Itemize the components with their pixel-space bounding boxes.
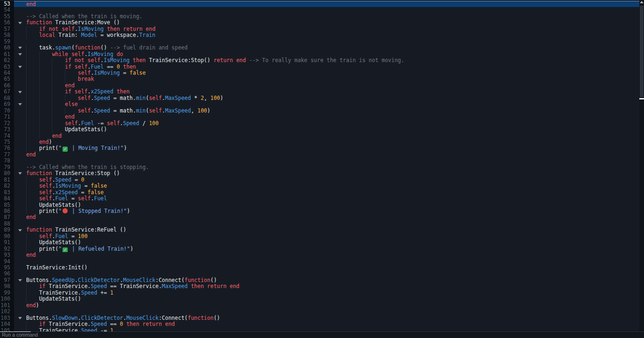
code-line[interactable]: 104if TrainService.Speed == 0 then retur… [0,321,644,327]
code-line[interactable]: 88 [0,221,644,227]
code-line[interactable]: 65break [0,76,644,82]
code-line[interactable]: 98if TrainService.Speed == TrainService.… [0,283,644,289]
code-line[interactable]: 105TrainService.Speed -= 1 [0,328,644,331]
code-line[interactable]: 82self.IsMoving = false [0,183,644,189]
line-number[interactable]: 56 [0,20,14,26]
code-line[interactable]: 80function TrainService:Stop () [0,170,644,176]
line-number[interactable]: 55 [0,14,14,20]
code-line[interactable]: 89function TrainService:ReFuel () [0,227,644,233]
line-number[interactable]: 79 [0,164,14,170]
command-bar-input[interactable]: Run a command [2,332,38,338]
fold-arrow-icon[interactable] [18,279,22,282]
line-number[interactable]: 63 [0,64,14,70]
line-number[interactable]: 91 [0,239,14,246]
line-number[interactable]: 64 [0,70,14,76]
line-number[interactable]: 86 [0,208,14,214]
line-number[interactable]: 95 [0,265,14,271]
line-number[interactable]: 102 [0,309,14,315]
code-line[interactable]: 71end [0,114,644,120]
code-line[interactable]: 84self.Fuel = self.Fuel [0,196,644,202]
code-line[interactable]: 103Buttons.SlowDown.ClickDetector.MouseC… [0,315,644,321]
code-line[interactable]: 55--> Called when the train is moving. [0,14,644,20]
scrollbar-thumb[interactable] [640,6,644,97]
line-number[interactable]: 65 [0,76,14,82]
line-number[interactable]: 60 [0,45,14,51]
code-line[interactable]: 92print("✓ | Refueled Train!") [0,246,644,252]
code-line[interactable]: 76print("✓ | Moving Train!") [0,145,644,151]
line-number[interactable]: 85 [0,202,14,208]
line-number[interactable]: 67 [0,89,14,95]
line-number[interactable]: 70 [0,108,14,114]
line-number[interactable]: 82 [0,183,14,189]
line-number[interactable]: 53 [0,1,14,7]
code-line[interactable]: 78 [0,158,644,164]
fold-arrow-icon[interactable] [18,103,22,106]
code-line[interactable]: 95TrainService:Init() [0,265,644,271]
line-number[interactable]: 93 [0,252,14,258]
code-line[interactable]: 53end [0,1,644,7]
code-line[interactable]: 77end [0,152,644,158]
line-number[interactable]: 57 [0,26,14,32]
code-line[interactable]: 99TrainService.Speed += 1 [0,290,644,296]
fold-arrow-icon[interactable] [18,91,22,93]
code-line[interactable]: 83self.x2Speed = false [0,190,644,196]
line-number[interactable]: 78 [0,158,14,164]
line-number[interactable]: 61 [0,51,14,57]
code-line[interactable]: 63if self.Fuel == 0 then [0,64,644,70]
code-line[interactable]: 81self.Speed = 0 [0,177,644,183]
line-number[interactable]: 84 [0,196,14,202]
fold-arrow-icon[interactable] [18,229,22,232]
line-number[interactable]: 92 [0,246,14,252]
line-number[interactable]: 88 [0,221,14,227]
line-number[interactable]: 80 [0,170,14,176]
code-line[interactable]: 67if self.x2Speed then [0,89,644,95]
code-line[interactable]: 57if not self.IsMoving then return end [0,26,644,32]
line-number[interactable]: 58 [0,32,14,38]
code-line[interactable]: 93end [0,252,644,258]
line-number[interactable]: 74 [0,133,14,139]
line-number[interactable]: 104 [0,321,14,327]
line-number[interactable]: 66 [0,83,14,89]
fold-arrow-icon[interactable] [18,66,22,68]
code-line[interactable]: 101end) [0,303,644,309]
code-line[interactable]: 91UpdateStats() [0,239,644,246]
code-line[interactable]: 75end) [0,139,644,145]
code-line[interactable]: 73UpdateStats() [0,127,644,133]
line-number[interactable]: 96 [0,271,14,277]
code-line[interactable]: 59 [0,39,644,45]
line-number[interactable]: 87 [0,214,14,220]
line-number[interactable]: 59 [0,39,14,45]
code-line[interactable]: 62if not self.IsMoving then TrainService… [0,57,644,63]
code-line[interactable]: 54 [0,7,644,13]
line-number[interactable]: 94 [0,259,14,265]
line-number[interactable]: 99 [0,290,14,296]
scroll-up-arrow-icon[interactable] [640,1,644,3]
code-line[interactable]: 102 [0,309,644,315]
line-number[interactable]: 90 [0,233,14,239]
code-line[interactable]: 60task.spawn(function() --> fuel drain a… [0,45,644,51]
line-number[interactable]: 76 [0,145,14,151]
line-number[interactable]: 77 [0,152,14,158]
fold-arrow-icon[interactable] [18,172,22,175]
line-number[interactable]: 100 [0,296,14,302]
fold-arrow-icon[interactable] [18,22,22,24]
line-number[interactable]: 103 [0,315,14,321]
code-line[interactable]: 74end [0,133,644,139]
line-number[interactable]: 68 [0,95,14,101]
code-line[interactable]: 85UpdateStats() [0,202,644,208]
code-line[interactable]: 90self.Fuel = 100 [0,233,644,239]
line-number[interactable]: 71 [0,114,14,120]
line-number[interactable]: 54 [0,7,14,13]
line-number[interactable]: 75 [0,139,14,145]
code-line[interactable]: 87end [0,214,644,220]
code-line[interactable]: 70self.Speed = math.min(self.MaxSpeed, 1… [0,108,644,114]
fold-arrow-icon[interactable] [18,53,22,56]
code-line[interactable]: 56function TrainService:Move () [0,20,644,26]
vertical-scrollbar[interactable] [639,0,644,331]
code-line[interactable]: 97Buttons.SpeedUp.ClickDetector.MouseCli… [0,277,644,283]
code-line[interactable]: 66end [0,83,644,89]
line-number[interactable]: 72 [0,120,14,127]
code-line[interactable]: 69else [0,101,644,107]
line-number[interactable]: 69 [0,101,14,107]
line-number[interactable]: 81 [0,177,14,183]
